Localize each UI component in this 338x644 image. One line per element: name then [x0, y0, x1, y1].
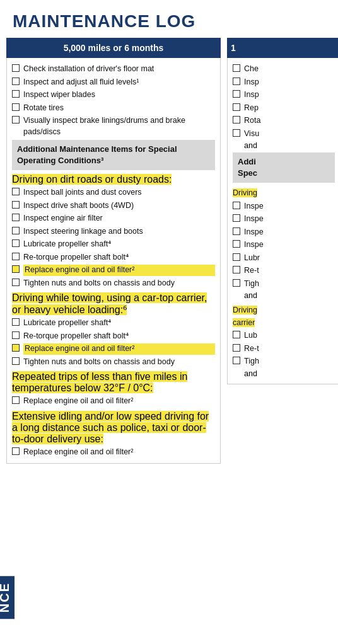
driving-header-2: Driving while towing, using a car-top ca… [12, 292, 215, 316]
list-item: Rota [233, 115, 335, 127]
checkbox-icon[interactable] [233, 227, 240, 235]
side-label: NCE [0, 576, 15, 619]
list-item: Lubricate propeller shaft⁴ [12, 239, 215, 250]
checkbox-icon[interactable] [233, 214, 240, 222]
checkbox-icon[interactable] [12, 279, 20, 286]
list-item: Inspect engine air filter [12, 213, 215, 224]
checkbox-icon[interactable] [233, 266, 240, 273]
driving-section-1: Driving on dirt roads or dusty roads: In… [12, 174, 215, 289]
right-items-list: Che Insp Insp Rep Rota Visu and [227, 58, 338, 384]
list-item: Lubr [233, 253, 335, 264]
list-item: Inspect wiper blades [12, 89, 215, 101]
additional-section-right: Addi Spec [233, 152, 335, 183]
list-item: Insp [233, 77, 335, 88]
driving-section-right-1: Driving Inspe Inspe Inspe Inspe [233, 187, 335, 300]
list-item: Inspe [233, 201, 335, 212]
checkbox-icon[interactable] [233, 78, 240, 85]
checkbox-icon[interactable] [233, 253, 240, 261]
checkbox-icon[interactable] [12, 344, 20, 352]
list-item: Inspect drive shaft boots (4WD) [12, 200, 215, 212]
list-item: Visually inspect brake linings/drums and… [12, 115, 215, 137]
page-title: MAINTENANCE LOG [0, 0, 338, 38]
driving-header-3: Repeated trips of less than five miles i… [12, 371, 215, 394]
list-item: Che [233, 64, 335, 75]
checkbox-icon[interactable] [12, 396, 20, 404]
list-item: Inspect and adjust all fluid levels¹ [12, 77, 215, 88]
list-item-cont: and [244, 141, 335, 150]
checkbox-icon[interactable] [233, 116, 240, 124]
driving-section-2: Driving while towing, using a car-top ca… [12, 292, 215, 367]
list-item: Tigh [233, 356, 335, 367]
right-column: 1 Che Insp Insp Rep Rota [227, 38, 338, 464]
list-item-highlighted: Replace engine oil and oil filter² [12, 343, 215, 355]
list-item: Replace engine oil and oil filter² [12, 396, 215, 407]
list-item: Re-torque propeller shaft bolt⁴ [12, 331, 215, 342]
list-item: Inspect steering linkage and boots [12, 226, 215, 238]
left-column: 5,000 miles or 6 months Check installati… [6, 38, 221, 464]
list-item-highlighted: Replace engine oil and oil filter² [12, 265, 215, 276]
list-item: Tighten nuts and bolts on chassis and bo… [12, 278, 215, 289]
list-item: Lubricate propeller shaft⁴ [12, 318, 215, 329]
standard-items-list: Check installation of driver's floor mat… [6, 58, 221, 464]
checkbox-icon[interactable] [233, 279, 240, 287]
driving-header-right-1: Driving [233, 187, 335, 199]
checkbox-icon[interactable] [12, 201, 20, 209]
driving-header-right-2: Driving carrier [233, 304, 335, 328]
list-item: Check installation of driver's floor mat [12, 64, 215, 75]
section-header-5000: 5,000 miles or 6 months [6, 38, 221, 58]
list-item: Inspe [233, 227, 335, 238]
list-item: Tigh [233, 279, 335, 290]
list-item-cont: and [244, 291, 335, 300]
checkbox-icon[interactable] [233, 357, 240, 364]
checkbox-icon[interactable] [12, 265, 20, 273]
additional-section-title: Additional Maintenance Items for Special… [17, 144, 210, 166]
additional-section: Additional Maintenance Items for Special… [12, 140, 215, 170]
checkbox-icon[interactable] [233, 331, 240, 338]
checkbox-icon[interactable] [233, 129, 240, 137]
list-item: Tighten nuts and bolts on chassis and bo… [12, 357, 215, 368]
checkbox-icon[interactable] [12, 64, 20, 72]
checkbox-icon[interactable] [12, 239, 20, 247]
driving-section-right-2: Driving carrier Lub Re-t Tigh and [233, 304, 335, 378]
checkbox-icon[interactable] [233, 90, 240, 98]
list-item: Replace engine oil and oil filter² [12, 447, 215, 458]
list-item: Re-torque propeller shaft bolt⁴ [12, 252, 215, 263]
checkbox-icon[interactable] [12, 214, 20, 221]
checkbox-icon[interactable] [12, 357, 20, 365]
checkbox-icon[interactable] [12, 253, 20, 260]
checkbox-icon[interactable] [12, 318, 20, 326]
checkbox-icon[interactable] [12, 188, 20, 195]
list-item: Re-t [233, 343, 335, 355]
checkbox-icon[interactable] [233, 344, 240, 352]
list-item: Lub [233, 330, 335, 342]
checkbox-icon[interactable] [12, 78, 20, 85]
checkbox-icon[interactable] [233, 103, 240, 111]
section-header-right: 1 [227, 38, 338, 58]
checkbox-icon[interactable] [233, 202, 240, 209]
driving-header-4: Extensive idling and/or low speed drivin… [12, 411, 215, 445]
checkbox-icon[interactable] [233, 240, 240, 248]
additional-partial-title: Addi Spec [238, 156, 330, 179]
driving-section-3: Repeated trips of less than five miles i… [12, 371, 215, 407]
checkbox-icon[interactable] [233, 64, 240, 72]
list-item-cont: and [244, 369, 335, 378]
list-item: Insp [233, 89, 335, 101]
checkbox-icon[interactable] [12, 90, 20, 98]
checkbox-icon[interactable] [12, 331, 20, 339]
driving-header-1: Driving on dirt roads or dusty roads: [12, 174, 215, 185]
list-item: Rotate tires [12, 103, 215, 114]
checkbox-icon[interactable] [12, 447, 20, 455]
list-item: Inspe [233, 239, 335, 251]
checkbox-icon[interactable] [12, 227, 20, 234]
list-item: Inspect ball joints and dust covers [12, 187, 215, 198]
list-item: Re-t [233, 265, 335, 277]
list-item: Inspe [233, 214, 335, 225]
checkbox-icon[interactable] [12, 103, 20, 111]
list-item: Rep [233, 103, 335, 114]
driving-section-4: Extensive idling and/or low speed drivin… [12, 411, 215, 458]
list-item: Visu [233, 129, 335, 140]
checkbox-icon[interactable] [12, 116, 20, 124]
